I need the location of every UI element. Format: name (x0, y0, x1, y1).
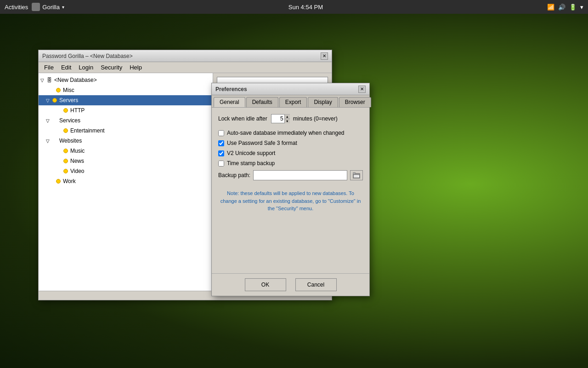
tree-item-misc[interactable]: Misc (39, 85, 213, 95)
tree-item-news[interactable]: News (39, 156, 213, 166)
tab-general[interactable]: General (214, 97, 245, 107)
menu-file[interactable]: File (40, 63, 57, 72)
dot-video (63, 169, 68, 173)
pref-title: Preferences (215, 86, 247, 92)
password-safe-row: Use Password Safe 3 format (218, 140, 363, 146)
unicode-label: V2 Unicode support (227, 150, 275, 156)
dot-music (63, 149, 68, 153)
spinbox-arrows: ▲ ▼ (284, 114, 290, 123)
backup-path-label: Backup path: (218, 172, 250, 178)
tab-display[interactable]: Display (308, 97, 338, 107)
app-menubar: File Edit Login Security Help (39, 62, 332, 73)
dot-work (56, 179, 61, 184)
browse-button[interactable] (350, 170, 363, 180)
app-close-button[interactable]: ✕ (321, 52, 328, 60)
dot-http (63, 108, 68, 113)
menu-login[interactable]: Login (75, 63, 97, 72)
lock-row: Lock when idle after 5 ▲ ▼ minutes (0=ne… (218, 114, 363, 123)
timestamp-row: Time stamp backup (218, 160, 363, 167)
app-titlebar: Password Gorilla – <New Database> ✕ (39, 50, 332, 62)
pref-tabs: General Defaults Export Display Browser (212, 95, 369, 108)
dot-news (63, 159, 68, 163)
activities-button[interactable]: Activities (5, 4, 28, 11)
pref-close-button[interactable]: ✕ (358, 86, 366, 93)
gorilla-app-label: Gorilla (42, 4, 60, 11)
dot-servers (52, 98, 57, 103)
tree-label-entertainment: Entertainment (70, 127, 105, 134)
root-icon: 🗄 (47, 77, 52, 83)
pref-note: Note: these defaults will be applied to … (218, 190, 363, 213)
cancel-button[interactable]: Cancel (295, 278, 337, 291)
tree-label-websites: Websites (59, 138, 82, 144)
tab-defaults[interactable]: Defaults (246, 97, 278, 107)
system-menu-arrow[interactable]: ▾ (580, 4, 583, 11)
tree-item-entertainment[interactable]: Entertainment (39, 126, 213, 136)
lock-label: Lock when idle after (218, 115, 267, 122)
ok-button[interactable]: OK (245, 278, 286, 291)
tree-item-servers[interactable]: ▽ Servers (39, 95, 213, 105)
minutes-label: minutes (0=never) (293, 115, 338, 122)
battery-icon: 🔋 (569, 4, 577, 11)
tree-label-news: News (70, 158, 84, 164)
auto-save-label: Auto-save database immediately when chan… (227, 130, 345, 136)
tree-item-root[interactable]: ▽ 🗄 <New Database> (39, 75, 213, 85)
timestamp-checkbox[interactable] (218, 161, 224, 167)
preferences-dialog: Preferences ✕ General Defaults Export Di… (211, 83, 370, 296)
tab-browser[interactable]: Browser (339, 97, 371, 107)
password-safe-label: Use Password Safe 3 format (227, 140, 297, 146)
taskbar: Activities Gorilla ▾ Sun 4:54 PM 📶 🔊 🔋 ▾ (0, 0, 588, 14)
tree-label-root: <New Database> (54, 77, 97, 83)
tree-panel: ▽ 🗄 <New Database> Misc ▽ Servers HTTP (39, 73, 213, 291)
menu-security[interactable]: Security (97, 63, 126, 72)
tree-label-misc: Misc (63, 87, 74, 93)
svg-rect-2 (354, 175, 359, 178)
spinbox-up[interactable]: ▲ (284, 114, 290, 119)
backup-path-input[interactable] (253, 170, 347, 180)
menu-help[interactable]: Help (126, 63, 146, 72)
pref-body: Lock when idle after 5 ▲ ▼ minutes (0=ne… (212, 108, 369, 273)
unicode-row: V2 Unicode support (218, 150, 363, 156)
timestamp-label: Time stamp backup (227, 160, 275, 167)
svg-rect-1 (353, 172, 356, 174)
gorilla-app-icon (32, 3, 40, 11)
pref-footer: OK Cancel (212, 273, 369, 296)
backup-path-row: Backup path: (218, 170, 363, 180)
pref-titlebar: Preferences ✕ (212, 83, 369, 95)
menu-edit[interactable]: Edit (57, 63, 75, 72)
browse-icon (353, 172, 360, 178)
tab-export[interactable]: Export (279, 97, 307, 107)
auto-save-checkbox[interactable] (218, 130, 224, 136)
taskbar-clock: Sun 4:54 PM (288, 4, 323, 11)
dot-entertainment (63, 128, 68, 133)
tree-label-http: HTTP (70, 107, 85, 114)
tree-item-work[interactable]: Work (39, 176, 213, 186)
tree-label-video: Video (70, 168, 84, 174)
password-safe-checkbox[interactable] (218, 140, 224, 146)
tree-item-services[interactable]: ▽ Services (39, 115, 213, 126)
unicode-checkbox[interactable] (218, 150, 224, 156)
tree-item-music[interactable]: Music (39, 146, 213, 156)
tree-label-work: Work (63, 178, 76, 184)
tree-label-music: Music (70, 148, 85, 154)
lock-spinbox[interactable]: 5 ▲ ▼ (271, 114, 289, 123)
tree-label-services: Services (59, 117, 80, 124)
gorilla-taskbar-app[interactable]: Gorilla ▾ (32, 3, 64, 11)
spinbox-down[interactable]: ▼ (284, 119, 290, 123)
tree-item-video[interactable]: Video (39, 166, 213, 176)
audio-icon: 🔊 (558, 4, 565, 11)
dot-misc (56, 88, 61, 92)
expand-icon-root: ▽ (40, 78, 46, 83)
tree-item-http[interactable]: HTTP (39, 105, 213, 115)
app-title: Password Gorilla – <New Database> (42, 53, 133, 59)
tree-label-servers: Servers (59, 97, 78, 104)
auto-save-row: Auto-save database immediately when chan… (218, 130, 363, 136)
wifi-icon: 📶 (547, 4, 554, 11)
tree-item-websites[interactable]: ▽ Websites (39, 136, 213, 146)
lock-value-input[interactable]: 5 (271, 115, 284, 122)
